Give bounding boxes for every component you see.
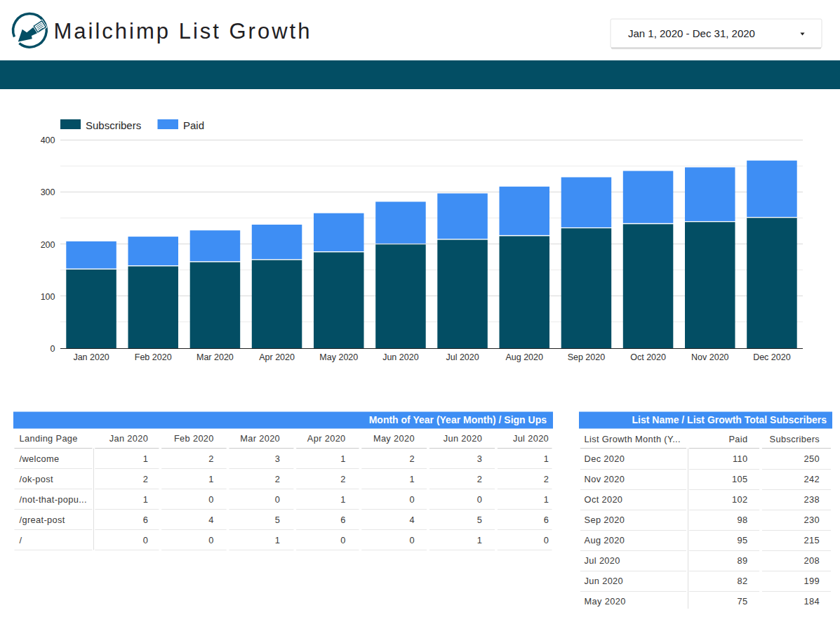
- svg-text:Dec 2020: Dec 2020: [753, 352, 791, 362]
- svg-text:Sep 2020: Sep 2020: [568, 352, 606, 362]
- svg-text:230: 230: [804, 515, 820, 525]
- svg-text:/: /: [20, 535, 22, 545]
- svg-text:1: 1: [409, 474, 414, 484]
- svg-text:May 2020: May 2020: [373, 433, 415, 444]
- svg-text:215: 215: [804, 535, 820, 545]
- svg-text:0: 0: [208, 494, 213, 505]
- svg-text:2: 2: [208, 453, 213, 464]
- svg-text:3: 3: [275, 453, 280, 464]
- svg-text:Jan 2020: Jan 2020: [109, 433, 148, 444]
- svg-text:Oct 2020: Oct 2020: [630, 352, 666, 362]
- svg-text:4: 4: [208, 515, 213, 525]
- svg-text:Jun 2020: Jun 2020: [585, 576, 623, 586]
- svg-text:Mar 2020: Mar 2020: [240, 433, 280, 444]
- svg-text:Sep 2020: Sep 2020: [585, 515, 625, 525]
- svg-text:List Name / List Growth Total: List Name / List Growth Total Subscriber…: [632, 414, 827, 425]
- svg-text:Jul 2020: Jul 2020: [446, 352, 479, 362]
- svg-text:2: 2: [275, 474, 280, 484]
- svg-text:2: 2: [143, 474, 148, 484]
- svg-text:Subscribers: Subscribers: [86, 119, 141, 131]
- svg-text:May 2020: May 2020: [319, 352, 358, 362]
- svg-text:102: 102: [732, 494, 747, 505]
- svg-text:Paid: Paid: [183, 119, 204, 131]
- svg-text:105: 105: [732, 474, 747, 484]
- svg-text:6: 6: [143, 515, 148, 525]
- svg-text:242: 242: [804, 474, 820, 484]
- svg-text:1: 1: [208, 474, 213, 484]
- svg-text:Apr 2020: Apr 2020: [307, 433, 346, 444]
- svg-text:/welcome: /welcome: [20, 453, 60, 464]
- svg-text:0: 0: [275, 494, 280, 505]
- svg-text:2: 2: [340, 474, 345, 484]
- svg-text:0: 0: [340, 535, 345, 545]
- svg-text:Paid: Paid: [728, 434, 747, 444]
- svg-text:100: 100: [41, 292, 55, 302]
- svg-text:Subscribers: Subscribers: [770, 434, 820, 444]
- svg-text:Jul 2020: Jul 2020: [585, 555, 620, 566]
- svg-text:5: 5: [275, 515, 280, 525]
- svg-text:184: 184: [804, 596, 820, 607]
- svg-text:0: 0: [409, 535, 414, 545]
- svg-text:Aug 2020: Aug 2020: [505, 352, 543, 362]
- svg-text:1: 1: [544, 494, 549, 505]
- svg-text:300: 300: [41, 187, 55, 197]
- svg-text:1: 1: [143, 453, 148, 464]
- svg-text:89: 89: [737, 555, 747, 566]
- svg-text:Oct 2020: Oct 2020: [585, 494, 623, 505]
- svg-text:Jun 2020: Jun 2020: [444, 433, 482, 444]
- svg-text:1: 1: [143, 494, 148, 505]
- svg-text:Nov 2020: Nov 2020: [585, 474, 625, 484]
- svg-text:Feb 2020: Feb 2020: [135, 352, 172, 362]
- svg-text:/not-that-popu...: /not-that-popu...: [20, 494, 87, 505]
- svg-text:1: 1: [544, 453, 549, 464]
- svg-text:2: 2: [409, 453, 414, 464]
- svg-text:Feb 2020: Feb 2020: [174, 433, 214, 444]
- svg-text:0: 0: [51, 344, 55, 354]
- svg-text:Mar 2020: Mar 2020: [196, 352, 234, 362]
- svg-text:Aug 2020: Aug 2020: [585, 535, 625, 545]
- svg-text:110: 110: [733, 453, 747, 464]
- svg-text:1: 1: [340, 453, 345, 464]
- svg-text:75: 75: [737, 596, 747, 607]
- svg-text:0: 0: [477, 494, 482, 505]
- svg-text:1: 1: [340, 494, 345, 505]
- svg-text:Jul 2020: Jul 2020: [513, 433, 549, 444]
- svg-text:400: 400: [41, 135, 55, 145]
- svg-text:May 2020: May 2020: [585, 596, 626, 607]
- svg-text:/ok-post: /ok-post: [20, 474, 53, 484]
- svg-text:List Growth Month (Y...: List Growth Month (Y...: [585, 434, 681, 444]
- svg-text:Jan 2020: Jan 2020: [73, 352, 109, 362]
- svg-text:6: 6: [340, 515, 345, 525]
- svg-text:Mailchimp List Growth: Mailchimp List Growth: [54, 19, 312, 44]
- svg-text:98: 98: [737, 515, 747, 525]
- svg-text:Dec 2020: Dec 2020: [585, 453, 625, 464]
- svg-text:Apr 2020: Apr 2020: [259, 352, 295, 362]
- svg-text:Nov 2020: Nov 2020: [691, 352, 729, 362]
- svg-text:200: 200: [41, 240, 55, 250]
- svg-text:82: 82: [737, 576, 747, 586]
- svg-text:0: 0: [143, 535, 148, 545]
- svg-text:Jan 1, 2020 - Dec 31, 2020: Jan 1, 2020 - Dec 31, 2020: [628, 27, 755, 39]
- svg-text:/great-post: /great-post: [20, 515, 65, 525]
- svg-text:5: 5: [477, 515, 482, 525]
- svg-text:2: 2: [477, 474, 482, 484]
- svg-text:238: 238: [804, 494, 820, 505]
- svg-text:0: 0: [208, 535, 213, 545]
- svg-text:95: 95: [737, 535, 747, 545]
- svg-text:199: 199: [804, 576, 820, 586]
- svg-text:Month of Year (Year Month) / S: Month of Year (Year Month) / Sign Ups: [369, 414, 547, 425]
- svg-text:250: 250: [804, 453, 820, 464]
- svg-text:0: 0: [409, 494, 414, 505]
- svg-text:3: 3: [477, 453, 482, 464]
- svg-text:Landing Page: Landing Page: [20, 433, 78, 444]
- svg-text:1: 1: [275, 535, 280, 545]
- svg-text:0: 0: [544, 535, 549, 545]
- svg-text:4: 4: [409, 515, 414, 525]
- svg-text:6: 6: [544, 515, 549, 525]
- svg-text:Jun 2020: Jun 2020: [382, 352, 418, 362]
- svg-text:208: 208: [804, 555, 820, 566]
- svg-text:2: 2: [544, 474, 549, 484]
- svg-text:1: 1: [477, 535, 482, 545]
